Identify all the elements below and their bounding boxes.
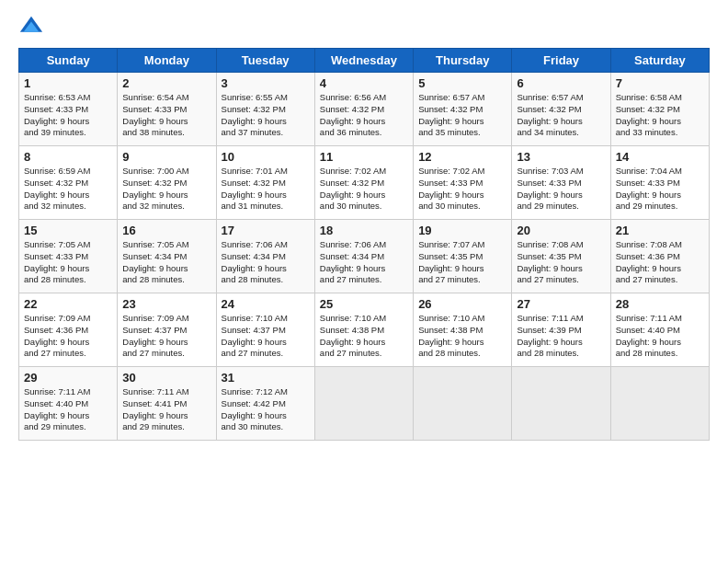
calendar-cell: 8Sunrise: 6:59 AM Sunset: 4:32 PM Daylig… — [19, 146, 118, 220]
cell-info: Sunrise: 7:05 AM Sunset: 4:34 PM Dayligh… — [122, 239, 210, 286]
calendar-cell: 12Sunrise: 7:02 AM Sunset: 4:33 PM Dayli… — [414, 146, 512, 220]
calendar-cell: 3Sunrise: 6:55 AM Sunset: 4:32 PM Daylig… — [216, 73, 314, 146]
day-number: 8 — [24, 150, 112, 164]
calendar-cell: 14Sunrise: 7:04 AM Sunset: 4:33 PM Dayli… — [610, 146, 709, 220]
cell-info: Sunrise: 7:04 AM Sunset: 4:33 PM Dayligh… — [616, 166, 704, 213]
page: SundayMondayTuesdayWednesdayThursdayFrid… — [0, 0, 728, 450]
cell-info: Sunrise: 7:08 AM Sunset: 4:36 PM Dayligh… — [616, 239, 704, 286]
calendar-cell: 22Sunrise: 7:09 AM Sunset: 4:36 PM Dayli… — [19, 293, 118, 367]
cell-info: Sunrise: 6:56 AM Sunset: 4:32 PM Dayligh… — [320, 92, 408, 139]
calendar-cell — [610, 367, 709, 441]
cell-info: Sunrise: 7:03 AM Sunset: 4:33 PM Dayligh… — [517, 166, 605, 213]
cell-info: Sunrise: 6:59 AM Sunset: 4:32 PM Dayligh… — [24, 166, 112, 213]
logo — [18, 15, 48, 40]
cell-info: Sunrise: 7:10 AM Sunset: 4:37 PM Dayligh… — [222, 313, 310, 360]
calendar-cell: 1Sunrise: 6:53 AM Sunset: 4:33 PM Daylig… — [19, 73, 118, 146]
day-number: 2 — [122, 76, 210, 90]
calendar-cell: 4Sunrise: 6:56 AM Sunset: 4:32 PM Daylig… — [314, 73, 413, 146]
column-header-thursday: Thursday — [414, 49, 512, 73]
calendar-cell: 18Sunrise: 7:06 AM Sunset: 4:34 PM Dayli… — [314, 220, 413, 293]
calendar-cell: 6Sunrise: 6:57 AM Sunset: 4:32 PM Daylig… — [512, 73, 610, 146]
calendar-cell: 10Sunrise: 7:01 AM Sunset: 4:32 PM Dayli… — [216, 146, 314, 220]
calendar-cell: 9Sunrise: 7:00 AM Sunset: 4:32 PM Daylig… — [118, 146, 216, 220]
calendar-cell: 2Sunrise: 6:54 AM Sunset: 4:33 PM Daylig… — [118, 73, 216, 146]
day-number: 28 — [616, 297, 704, 311]
cell-info: Sunrise: 6:54 AM Sunset: 4:33 PM Dayligh… — [122, 92, 210, 139]
calendar-cell: 16Sunrise: 7:05 AM Sunset: 4:34 PM Dayli… — [118, 220, 216, 293]
day-number: 31 — [222, 371, 310, 385]
day-number: 25 — [320, 297, 408, 311]
cell-info: Sunrise: 7:02 AM Sunset: 4:32 PM Dayligh… — [320, 166, 408, 213]
day-number: 3 — [222, 76, 310, 90]
day-number: 13 — [517, 150, 605, 164]
column-header-wednesday: Wednesday — [314, 49, 413, 73]
day-number: 26 — [418, 297, 506, 311]
column-header-tuesday: Tuesday — [216, 49, 314, 73]
cell-info: Sunrise: 7:01 AM Sunset: 4:32 PM Dayligh… — [222, 166, 310, 213]
calendar-cell: 20Sunrise: 7:08 AM Sunset: 4:35 PM Dayli… — [512, 220, 610, 293]
calendar-cell: 26Sunrise: 7:10 AM Sunset: 4:38 PM Dayli… — [414, 293, 512, 367]
cell-info: Sunrise: 7:00 AM Sunset: 4:32 PM Dayligh… — [122, 166, 210, 213]
calendar-cell: 30Sunrise: 7:11 AM Sunset: 4:41 PM Dayli… — [118, 367, 216, 441]
calendar-cell: 11Sunrise: 7:02 AM Sunset: 4:32 PM Dayli… — [314, 146, 413, 220]
cell-info: Sunrise: 7:11 AM Sunset: 4:40 PM Dayligh… — [616, 313, 704, 360]
calendar-cell — [414, 367, 512, 441]
calendar-cell: 25Sunrise: 7:10 AM Sunset: 4:38 PM Dayli… — [314, 293, 413, 367]
calendar-cell: 17Sunrise: 7:06 AM Sunset: 4:34 PM Dayli… — [216, 220, 314, 293]
day-number: 16 — [122, 224, 210, 237]
day-number: 10 — [222, 150, 310, 164]
cell-info: Sunrise: 7:06 AM Sunset: 4:34 PM Dayligh… — [222, 239, 310, 286]
day-number: 24 — [222, 297, 310, 311]
day-number: 15 — [24, 224, 112, 237]
day-number: 6 — [517, 76, 605, 90]
column-header-friday: Friday — [512, 49, 610, 73]
day-number: 22 — [24, 297, 112, 311]
cell-info: Sunrise: 7:09 AM Sunset: 4:36 PM Dayligh… — [24, 313, 112, 360]
day-number: 27 — [517, 297, 605, 311]
day-number: 20 — [517, 224, 605, 237]
calendar-cell: 15Sunrise: 7:05 AM Sunset: 4:33 PM Dayli… — [19, 220, 118, 293]
day-number: 21 — [616, 224, 704, 237]
logo-icon — [18, 15, 44, 40]
calendar-cell: 19Sunrise: 7:07 AM Sunset: 4:35 PM Dayli… — [414, 220, 512, 293]
cell-info: Sunrise: 7:11 AM Sunset: 4:40 PM Dayligh… — [24, 386, 112, 433]
calendar-body: 1Sunrise: 6:53 AM Sunset: 4:33 PM Daylig… — [19, 73, 710, 441]
calendar-cell: 7Sunrise: 6:58 AM Sunset: 4:32 PM Daylig… — [610, 73, 709, 146]
cell-info: Sunrise: 6:55 AM Sunset: 4:32 PM Dayligh… — [222, 92, 310, 139]
day-number: 23 — [122, 297, 210, 311]
cell-info: Sunrise: 6:57 AM Sunset: 4:32 PM Dayligh… — [517, 92, 605, 139]
cell-info: Sunrise: 6:58 AM Sunset: 4:32 PM Dayligh… — [616, 92, 704, 139]
cell-info: Sunrise: 7:11 AM Sunset: 4:39 PM Dayligh… — [517, 313, 605, 360]
calendar-cell: 24Sunrise: 7:10 AM Sunset: 4:37 PM Dayli… — [216, 293, 314, 367]
cell-info: Sunrise: 7:02 AM Sunset: 4:33 PM Dayligh… — [418, 166, 506, 213]
column-header-monday: Monday — [118, 49, 216, 73]
calendar-cell — [512, 367, 610, 441]
calendar-cell — [314, 367, 413, 441]
week-row-1: 1Sunrise: 6:53 AM Sunset: 4:33 PM Daylig… — [19, 73, 710, 146]
day-number: 18 — [320, 224, 408, 237]
header-row: SundayMondayTuesdayWednesdayThursdayFrid… — [19, 49, 710, 73]
day-number: 14 — [616, 150, 704, 164]
cell-info: Sunrise: 7:08 AM Sunset: 4:35 PM Dayligh… — [517, 239, 605, 286]
day-number: 30 — [122, 371, 210, 385]
week-row-5: 29Sunrise: 7:11 AM Sunset: 4:40 PM Dayli… — [19, 367, 710, 441]
cell-info: Sunrise: 7:10 AM Sunset: 4:38 PM Dayligh… — [418, 313, 506, 360]
column-header-saturday: Saturday — [610, 49, 709, 73]
calendar-cell: 21Sunrise: 7:08 AM Sunset: 4:36 PM Dayli… — [610, 220, 709, 293]
day-number: 19 — [418, 224, 506, 237]
day-number: 7 — [616, 76, 704, 90]
calendar-header: SundayMondayTuesdayWednesdayThursdayFrid… — [19, 49, 710, 73]
cell-info: Sunrise: 7:06 AM Sunset: 4:34 PM Dayligh… — [320, 239, 408, 286]
calendar-table: SundayMondayTuesdayWednesdayThursdayFrid… — [18, 48, 710, 441]
calendar-cell: 29Sunrise: 7:11 AM Sunset: 4:40 PM Dayli… — [19, 367, 118, 441]
cell-info: Sunrise: 7:12 AM Sunset: 4:42 PM Dayligh… — [222, 386, 310, 433]
cell-info: Sunrise: 7:11 AM Sunset: 4:41 PM Dayligh… — [122, 386, 210, 433]
calendar-cell: 5Sunrise: 6:57 AM Sunset: 4:32 PM Daylig… — [414, 73, 512, 146]
week-row-4: 22Sunrise: 7:09 AM Sunset: 4:36 PM Dayli… — [19, 293, 710, 367]
cell-info: Sunrise: 7:09 AM Sunset: 4:37 PM Dayligh… — [122, 313, 210, 360]
cell-info: Sunrise: 7:10 AM Sunset: 4:38 PM Dayligh… — [320, 313, 408, 360]
day-number: 17 — [222, 224, 310, 237]
week-row-2: 8Sunrise: 6:59 AM Sunset: 4:32 PM Daylig… — [19, 146, 710, 220]
calendar-cell: 28Sunrise: 7:11 AM Sunset: 4:40 PM Dayli… — [610, 293, 709, 367]
column-header-sunday: Sunday — [19, 49, 118, 73]
